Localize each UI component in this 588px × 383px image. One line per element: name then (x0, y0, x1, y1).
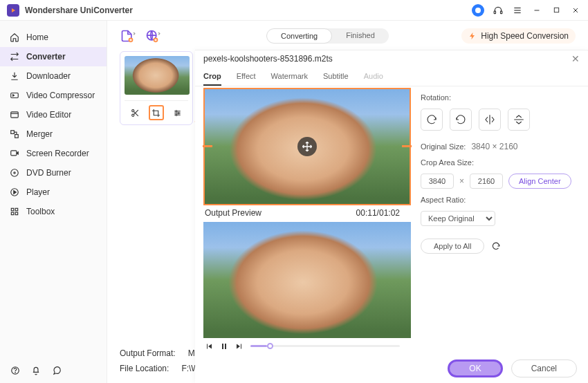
svg-rect-18 (11, 208, 14, 211)
aspect-ratio-label: Aspect Ratio: (421, 196, 577, 204)
sidebar-item-label: Player (26, 187, 50, 197)
account-avatar[interactable] (472, 4, 484, 17)
flip-horizontal-button[interactable] (479, 109, 501, 131)
compress-icon (10, 91, 19, 100)
add-url-button[interactable] (145, 28, 160, 44)
app-title: Wondershare UniConverter (25, 6, 133, 15)
tab-watermark[interactable]: Watermark (271, 68, 308, 86)
tab-effect[interactable]: Effect (237, 68, 256, 86)
maximize-icon[interactable] (551, 5, 562, 16)
sidebar-item-home[interactable]: Home (0, 28, 107, 47)
home-icon (10, 32, 19, 42)
tab-audio: Audio (364, 68, 383, 86)
sidebar-item-label: Video Compressor (26, 91, 95, 100)
crop-width-input[interactable] (421, 174, 454, 189)
svg-point-15 (11, 169, 19, 177)
panel-close-icon[interactable]: ✕ (571, 53, 580, 64)
tab-crop[interactable]: Crop (203, 68, 221, 86)
ok-button[interactable]: OK (448, 359, 502, 377)
align-center-button[interactable]: Align Center (508, 174, 571, 189)
merger-icon (10, 129, 19, 139)
svg-point-34 (176, 110, 177, 111)
toolbox-icon (10, 207, 19, 216)
close-icon[interactable] (570, 5, 581, 16)
converter-icon (10, 52, 19, 62)
output-preview-image (203, 222, 411, 338)
sidebar-item-converter[interactable]: Converter (0, 47, 107, 66)
svg-rect-1 (501, 11, 502, 14)
download-icon (10, 71, 19, 81)
video-item[interactable] (120, 51, 193, 125)
svg-point-35 (178, 112, 179, 113)
rotate-ccw-button[interactable] (450, 109, 472, 131)
help-icon[interactable] (10, 365, 21, 376)
svg-point-23 (15, 373, 16, 373)
bell-icon[interactable] (30, 365, 42, 376)
sidebar-item-player[interactable]: Player (0, 183, 107, 202)
sidebar-item-merger[interactable]: Merger (0, 124, 107, 144)
sidebar-item-compressor[interactable]: Video Compressor (0, 86, 107, 105)
segment-finished[interactable]: Finished (332, 28, 389, 44)
menu-icon[interactable] (512, 5, 523, 16)
svg-rect-37 (222, 344, 223, 349)
svg-rect-0 (494, 11, 495, 14)
move-handle-icon[interactable] (297, 137, 317, 156)
reset-icon[interactable] (491, 241, 501, 251)
flip-vertical-button[interactable] (508, 109, 530, 131)
aspect-ratio-select[interactable]: Keep Original (421, 211, 495, 226)
segment-converting[interactable]: Converting (266, 28, 332, 44)
playback-progress[interactable] (250, 345, 400, 347)
svg-rect-14 (11, 151, 17, 156)
app-logo (7, 4, 19, 17)
sidebar-item-label: DVD Burner (26, 168, 71, 178)
svg-point-27 (131, 109, 134, 111)
crop-button[interactable] (149, 105, 164, 120)
crop-editor-panel: pexels-koolshooters-8531896.m2ts ✕ Crop … (195, 50, 588, 383)
add-file-button[interactable] (120, 28, 135, 44)
tab-subtitle[interactable]: Subtitle (323, 68, 349, 86)
settings-button[interactable] (170, 105, 185, 120)
svg-point-36 (176, 114, 177, 115)
sidebar-item-recorder[interactable]: Screen Recorder (0, 144, 107, 163)
cancel-button[interactable]: Cancel (511, 359, 577, 377)
apply-to-all-button[interactable]: Apply to All (421, 239, 484, 254)
editor-icon (10, 110, 19, 120)
sidebar-item-label: Merger (26, 129, 53, 139)
crop-preview[interactable] (203, 88, 411, 205)
sidebar-item-label: Screen Recorder (26, 149, 89, 158)
svg-point-16 (14, 172, 15, 174)
original-size-label: Original Size: (421, 142, 466, 151)
sidebar-item-toolbox[interactable]: Toolbox (0, 202, 107, 221)
svg-point-28 (131, 114, 134, 116)
pause-button[interactable] (220, 342, 228, 351)
sidebar-item-label: Home (26, 32, 48, 42)
recorder-icon (10, 149, 19, 158)
svg-rect-19 (15, 208, 18, 211)
sidebar-item-label: Video Editor (26, 110, 71, 120)
svg-rect-6 (554, 8, 558, 12)
trim-button[interactable] (127, 105, 143, 120)
file-location-label: File Location: (120, 364, 169, 373)
svg-rect-21 (15, 212, 18, 215)
crop-filename: pexels-koolshooters-8531896.m2ts (203, 54, 333, 64)
player-icon (10, 187, 19, 197)
headset-icon[interactable] (493, 5, 504, 16)
sidebar-item-editor[interactable]: Video Editor (0, 105, 107, 124)
output-format-label: Output Format: (120, 348, 176, 358)
sidebar-item-downloader[interactable]: Downloader (0, 66, 107, 86)
status-segment: Converting Finished (266, 28, 389, 44)
rotation-label: Rotation: (421, 93, 577, 102)
high-speed-toggle[interactable]: High Speed Conversion (461, 28, 576, 44)
high-speed-label: High Speed Conversion (481, 31, 569, 41)
next-frame-button[interactable] (235, 342, 244, 351)
feedback-icon[interactable] (51, 365, 62, 376)
sidebar-item-label: Toolbox (26, 207, 55, 216)
sidebar-item-dvd[interactable]: DVD Burner (0, 163, 107, 183)
preview-time: 00:11/01:02 (356, 208, 400, 218)
crop-area-label: Crop Area Size: (421, 158, 577, 167)
minimize-icon[interactable] (531, 5, 542, 16)
sidebar-item-label: Converter (26, 52, 66, 62)
crop-height-input[interactable] (470, 174, 503, 189)
rotate-cw-button[interactable] (421, 109, 443, 131)
prev-frame-button[interactable] (205, 342, 213, 351)
